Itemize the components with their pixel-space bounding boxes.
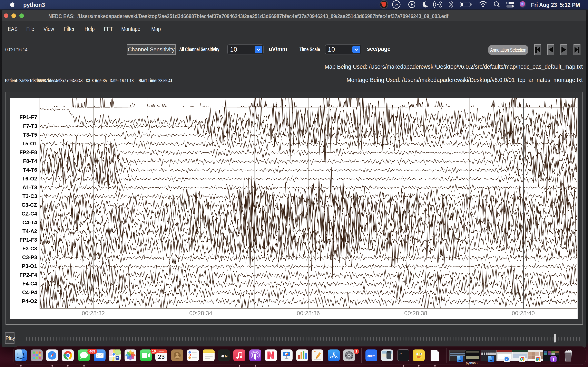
- svg-text:280: 280: [116, 357, 119, 359]
- svg-text:“: “: [314, 350, 316, 355]
- svg-text:>_: >_: [399, 352, 404, 356]
- svg-text:zoom: zoom: [367, 354, 375, 358]
- svg-text:AUG: AUG: [159, 350, 164, 353]
- svg-text:tv: tv: [225, 354, 228, 358]
- svg-text:∞: ∞: [395, 2, 398, 7]
- svg-text:23: 23: [158, 353, 164, 360]
